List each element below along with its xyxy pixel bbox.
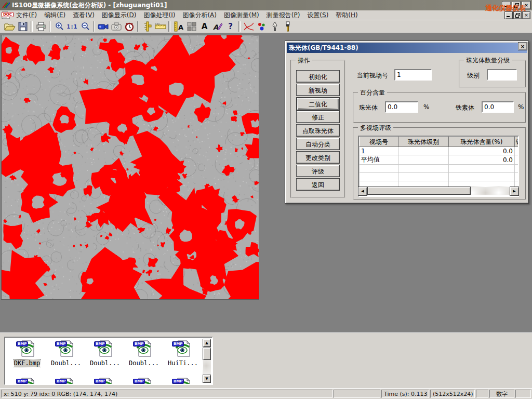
menu-item-查看(V)[interactable]: 查看(V) [69,10,98,20]
svg-text:A: A [213,23,218,31]
scroll-down-icon[interactable]: ▼ [203,375,211,383]
file-item[interactable]: BMP [47,377,85,385]
dialog-button-新视场[interactable]: 新视场 [296,84,340,96]
table-row[interactable] [360,165,520,173]
menu-item-帮助(H)[interactable]: 帮助(H) [332,10,361,20]
dialog-button-评级[interactable]: 评级 [296,165,340,177]
dialog-button-自动分类[interactable]: 自动分类 [296,138,340,150]
app-logo-icon [2,2,10,9]
bmp-file-icon: BMP [96,340,114,357]
pearlite-input[interactable]: 0.0 [385,101,418,113]
dialog-button-修正[interactable]: 修正 [296,111,340,123]
cursor-status: x: 510 y: 79 idx: 0 RGB: (174, 174, 174) [1,390,332,398]
table-hscrollbar[interactable]: ◀ ▶ [358,187,519,195]
file-item[interactable]: BMP [125,377,163,385]
table-header-珠光体含量(%)[interactable]: 珠光体含量(%) [449,137,515,147]
video-capture-icon[interactable] [97,21,110,33]
menu-item-图像分析(A)[interactable]: 图像分析(A) [179,10,220,20]
menu-item-测量报告(P)[interactable]: 测量报告(P) [263,10,304,20]
measure-text-icon[interactable]: A [172,21,185,33]
table-header-珠光体级别[interactable]: 珠光体级别 [398,137,449,147]
current-field-input[interactable]: 1 [394,69,432,81]
picker-pen-icon[interactable] [268,21,281,33]
scroll-track[interactable] [367,187,510,195]
binarized-micrograph-image[interactable] [1,35,259,300]
dialog-button-返回[interactable]: 返回 [296,178,340,191]
toolbar-separator [49,21,51,32]
dialog-close-icon[interactable]: × [518,42,527,50]
file-name[interactable]: Doubl... [129,360,159,367]
dialog-button-二值化[interactable]: 二值化 [296,97,340,111]
file-item-Doubl...[interactable]: BMPDoubl... [86,340,124,367]
curve-tool-icon[interactable] [242,21,255,33]
camera-capture-icon[interactable] [110,21,123,33]
scroll-up-icon[interactable]: ▲ [203,339,211,347]
zoom-in-icon[interactable] [52,21,65,33]
pearlite-label: 珠光体 [359,103,378,112]
zoom-out-icon[interactable] [78,21,91,33]
scroll-right-icon[interactable]: ▶ [510,187,519,196]
print-icon[interactable] [34,21,47,33]
document-icon[interactable]: DOC [2,11,10,19]
scroll-left-icon[interactable]: ◀ [358,187,367,196]
open-file-icon[interactable] [3,21,16,33]
text-annotation-icon[interactable]: A [198,21,211,33]
file-item-HuiTi...[interactable]: BMPHuiTi... [164,340,202,367]
edit-annotation-icon[interactable]: A [211,21,224,33]
status-mode: 数字 [489,390,514,398]
file-name[interactable]: Doubl... [51,360,81,367]
ferrite-input[interactable]: 0.0 [482,101,514,113]
current-field-label: 当前视场号 [357,71,388,80]
svg-text:A: A [178,23,183,31]
table-row[interactable]: 1 0.0 [360,147,520,155]
bmp-file-icon: BMP [135,340,153,357]
file-name[interactable]: DKF.bmp [14,360,41,367]
dialog-button-更改类别[interactable]: 更改类别 [296,151,340,164]
file-listbox[interactable]: BMPDKF.bmp BMPDoubl... BMPDoubl... BMPDo… [4,337,213,385]
table-header-铁素体含量(%)[interactable]: 铁素体含量(%) [515,137,520,147]
timer-icon[interactable] [123,21,136,33]
grid-measure-icon[interactable] [185,21,198,33]
caliper-icon[interactable] [141,21,154,33]
file-name[interactable]: HuiTi... [168,360,198,367]
menu-item-设置(S)[interactable]: 设置(S) [303,10,332,20]
menu-item-图像处理(I)[interactable]: 图像处理(I) [140,10,179,20]
dialog-button-点取珠光体[interactable]: 点取珠光体 [296,124,340,137]
file-item-Doubl...[interactable]: BMPDoubl... [125,340,163,367]
scroll-thumb[interactable] [367,187,471,195]
dialog-button-初始化[interactable]: 初始化 [296,70,340,83]
grade-input[interactable] [487,69,517,81]
file-item-DKF.bmp[interactable]: BMPDKF.bmp [8,340,46,367]
actual-size-icon[interactable]: 1:1 [65,21,78,33]
save-icon[interactable] [16,21,29,33]
file-browser-panel: BMPDKF.bmp BMPDoubl... BMPDoubl... BMPDo… [0,332,532,388]
help-icon[interactable]: ? [224,21,237,33]
scroll-thumb[interactable] [203,348,211,360]
bmp-file-icon: BMP [57,340,75,357]
table-row[interactable]: 平均值 0.0 [360,155,520,165]
bmp-file-icon: BMP [174,377,192,385]
dialog-title-bar[interactable]: 珠光体(GB/T9441-88) [287,43,527,53]
menu-item-图像测量(M)[interactable]: 图像测量(M) [220,10,263,20]
menu-item-文件(F)[interactable]: 文件(F) [12,10,41,20]
file-item[interactable]: BMP [86,377,124,385]
multifield-group: 多视场评级 视场号珠光体级别珠光体含量(%)铁素体含量(%)1 0.0 平均值 … [353,127,526,200]
pearlite-unit: % [423,103,429,111]
grading-group-label: 珠光体数量分级 [464,56,512,65]
brush-tool-icon[interactable] [281,21,294,33]
bmp-file-icon: BMP [96,377,114,385]
file-item-Doubl...[interactable]: BMPDoubl... [47,340,85,367]
toolbar-separator [93,21,95,32]
file-item[interactable]: BMP [164,377,202,385]
table-header-视场号[interactable]: 视场号 [360,137,398,147]
file-vscrollbar[interactable]: ▲ ▼ [203,339,211,383]
file-item[interactable]: BMP [8,377,46,385]
ruler-icon[interactable] [154,21,167,33]
table-row[interactable] [360,173,520,181]
vendor-watermark: 通化仪器仪表 [485,4,526,13]
menu-item-图像显示(D)[interactable]: 图像显示(D) [98,10,140,20]
phase-particles-icon[interactable] [255,21,268,33]
file-name[interactable]: Doubl... [90,360,120,367]
menu-item-编辑(E)[interactable]: 编辑(E) [41,10,69,20]
ferrite-unit: % [518,103,524,111]
